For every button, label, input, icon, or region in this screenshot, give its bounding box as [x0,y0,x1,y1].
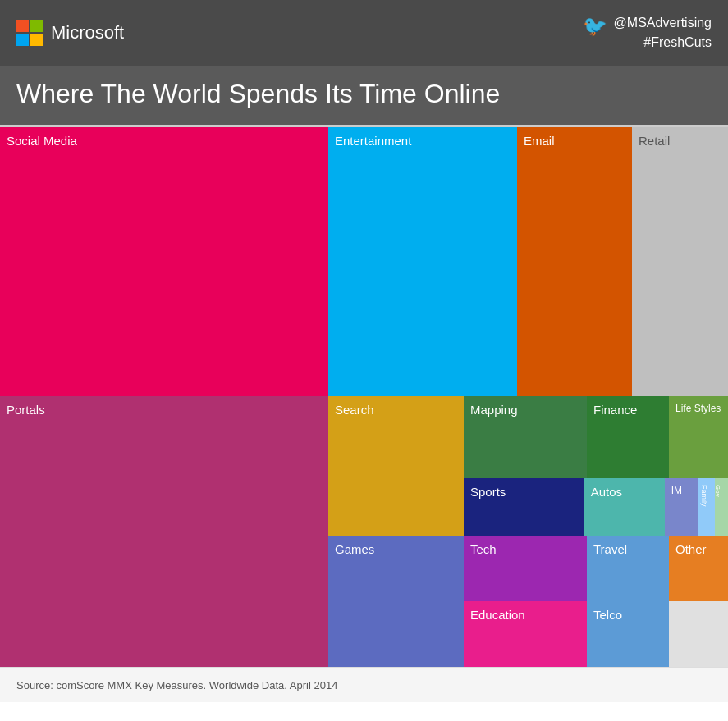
cell-games: Games [328,536,464,667]
label-entertainment: Entertainment [335,134,511,148]
cell-search: Search [328,396,464,536]
label-search: Search [335,403,457,418]
logo-area: Microsoft [16,20,124,46]
label-games: Games [335,542,457,557]
row2-top-right-bottom: Sports Autos IM Family Gov [464,478,728,536]
label-lifestyles: Life Styles [675,403,721,414]
twitter-icon: 🐦 [583,15,607,38]
label-other: Other [675,542,721,557]
row2-bottom-right-top: Tech Travel Other [464,536,728,601]
row2-bottom-right: Tech Travel Other Education [464,536,728,667]
cell-other: Other [669,536,728,601]
cell-retail: Retail [632,127,728,396]
label-finance: Finance [593,403,662,418]
label-education: Education [470,608,580,623]
row2-bottom: Games Tech Travel Other [328,536,728,667]
cell-autos: Autos [584,478,665,536]
twitter-area: 🐦 @MSAdvertising #FreshCuts [583,13,712,52]
ms-tile-green [30,20,43,32]
row2-top-right-top: Mapping Finance Life Styles [464,396,728,478]
row2-right: Search Mapping Finance Life Styles [328,396,728,667]
cell-extra-blank [669,601,728,667]
cell-education: Education [464,601,587,667]
row2-bottom-right-bottom: Education Telco [464,601,728,667]
footer: Source: comScore MMX Key Measures. World… [0,667,728,702]
footer-source: Source: comScore MMX Key Measures. World… [16,679,337,691]
label-sports: Sports [470,485,578,500]
twitter-hashtag: #FreshCuts [614,33,712,52]
twitter-handle: @MSAdvertising [614,13,712,33]
label-portals: Portals [7,403,322,418]
cell-telco: Telco [587,601,669,667]
treemap-container: Social Media Entertainment Email Retail … [0,125,728,667]
label-family: Family [705,485,708,507]
cell-entertainment: Entertainment [328,127,517,396]
title-bar: Where The World Spends Its Time Online [0,66,728,125]
microsoft-name: Microsoft [51,22,124,43]
cell-tech: Tech [464,536,587,601]
label-telco: Telco [593,608,662,623]
cell-email: Email [517,127,632,396]
twitter-text: @MSAdvertising #FreshCuts [614,13,712,52]
label-autos: Autos [591,485,658,500]
label-im: IM [671,485,692,496]
cell-sports: Sports [464,478,584,536]
header: Microsoft 🐦 @MSAdvertising #FreshCuts [0,0,728,66]
cell-lifestyles: Life Styles [669,396,728,478]
cell-family: Family [698,478,715,536]
cell-travel: Travel [587,536,669,601]
row2-top-right: Mapping Finance Life Styles Sports [464,396,728,536]
microsoft-logo-grid [16,20,43,46]
cell-im: IM [665,478,698,536]
treemap-row-1: Social Media Entertainment Email Retail [0,127,728,396]
cell-mapping: Mapping [464,396,587,478]
label-email: Email [524,134,625,148]
label-retail: Retail [639,134,721,148]
cell-social-media: Social Media [0,127,328,396]
label-mapping: Mapping [470,403,580,418]
cell-gov: Gov [715,478,728,536]
label-travel: Travel [593,542,662,557]
row2-top: Search Mapping Finance Life Styles [328,396,728,536]
ms-tile-yellow [30,34,43,46]
cell-portals: Portals [0,396,328,667]
ms-tile-blue [16,34,29,46]
cell-finance: Finance [587,396,669,478]
main-title: Where The World Spends Its Time Online [16,79,712,109]
label-tech: Tech [470,542,580,557]
ms-tile-red [16,20,29,32]
label-social-media: Social Media [7,134,322,148]
treemap-row-2: Portals Search Mapping Finance [0,396,728,667]
